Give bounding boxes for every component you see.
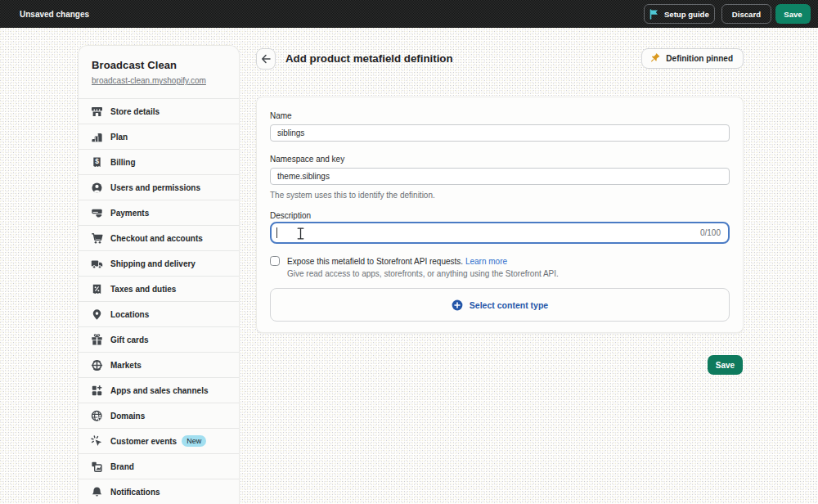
- svg-text:$: $: [95, 157, 99, 165]
